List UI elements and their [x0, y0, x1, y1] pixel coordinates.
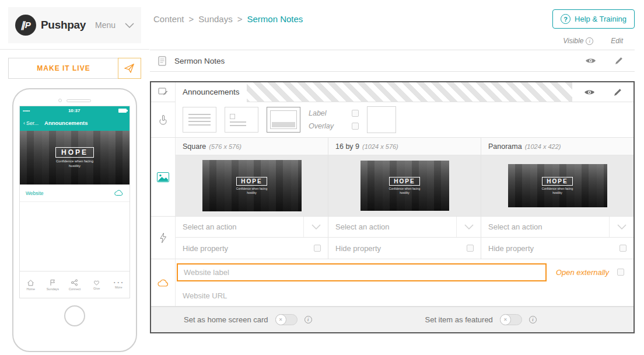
app-window: ∥P Pushpay Menu MAKE IT LIVE ••••• 1	[0, 0, 644, 355]
sidebar-divider	[0, 49, 149, 50]
actions-section: Select an action Select an action	[151, 217, 634, 259]
info-icon[interactable]: i	[529, 316, 537, 323]
info-icon[interactable]: i	[586, 37, 593, 45]
card-footer: Set as home screen card ✕ i Set item as …	[151, 307, 634, 332]
home-screen-card-toggle[interactable]: ✕	[275, 314, 298, 325]
action-dropdown-square[interactable]: Select an action	[176, 217, 328, 237]
ellipsis-icon: • • •	[114, 280, 123, 284]
featured-label: Set item as featured	[425, 315, 493, 324]
hide-property-checkbox[interactable]	[467, 245, 474, 252]
announcements-card: Announcements	[150, 81, 635, 333]
layout-option-image-card[interactable]	[267, 107, 300, 133]
phone-screen: ••••• 10:37 ‹ Ser... Announcements HOPE …	[19, 106, 130, 298]
website-section: Open externally	[151, 259, 634, 307]
help-training-button[interactable]: ? Help & Training	[552, 9, 635, 29]
overlay-option: Overlay	[309, 122, 359, 130]
featured-toggle[interactable]: ✕	[500, 314, 522, 325]
phone-preview: ••••• 10:37 ‹ Ser... Announcements HOPE …	[12, 88, 137, 352]
cloud-icon	[151, 259, 176, 306]
hand-tap-icon	[151, 102, 176, 137]
phone-nav-title: Announcements	[44, 120, 88, 126]
action-dropdown-16by9[interactable]: Select an action	[328, 217, 481, 237]
open-externally-checkbox[interactable]	[617, 269, 624, 276]
website-url-input[interactable]	[177, 291, 634, 300]
hide-property-16by9: Hide property	[328, 238, 481, 259]
panorama-image-thumbnail[interactable]: HOPE Confidence when facing hostility	[508, 164, 607, 207]
action-selects: Select an action Select an action	[176, 217, 634, 238]
speaker-bar	[66, 99, 91, 102]
pushpay-logo-icon: ∥P	[15, 15, 36, 36]
hero-caption: Confidence when facing hostility	[54, 159, 95, 169]
hide-property-checkbox[interactable]	[620, 245, 626, 252]
featured-setting: Set item as featured ✕ i	[393, 314, 634, 325]
phone-content-space	[20, 202, 130, 271]
home-screen-card-setting: Set as home screen card ✕ i	[151, 314, 393, 325]
status-time: 10:37	[30, 108, 118, 113]
action-dropdown-panorama[interactable]: Select an action	[481, 217, 634, 237]
info-icon[interactable]: i	[304, 316, 312, 323]
square-image-thumbnail[interactable]: HOPE Confidence when facing hostility	[202, 160, 302, 211]
square-label: Square (576 x 576)	[176, 138, 328, 155]
visible-eye-icon[interactable]	[585, 57, 596, 64]
help-training-label: Help & Training	[575, 15, 626, 23]
tab-give: More Give	[86, 272, 108, 298]
document-icon	[150, 56, 174, 66]
sixteen-by-nine-image-thumbnail[interactable]: HOPE Confidence when facing hostility	[360, 161, 449, 211]
breadcrumb-sundays[interactable]: Sundays	[198, 14, 232, 24]
layout-option-centered[interactable]	[183, 107, 216, 133]
share-nodes-icon	[71, 279, 78, 286]
hide-property-checkbox[interactable]	[314, 245, 321, 252]
image-size-labels: Square (576 x 576) 16 by 9 (1024 x 576) …	[176, 138, 634, 155]
square-thumb-cell: HOPE Confidence when facing hostility	[176, 155, 328, 216]
breadcrumb-content[interactable]: Content	[153, 14, 184, 24]
sidebar: ∥P Pushpay Menu MAKE IT LIVE ••••• 1	[0, 0, 149, 355]
cloud-icon	[114, 188, 124, 199]
phone-home-button	[64, 305, 85, 326]
chevron-down-icon	[456, 217, 481, 237]
edit-pencil-icon[interactable]	[614, 88, 622, 96]
phone-tabbar: Home Sundays Connect More Give	[20, 271, 130, 298]
battery-icon	[118, 109, 127, 113]
website-label-input[interactable]	[177, 263, 547, 281]
card-header-actions	[572, 82, 634, 102]
phone-website-label: Website	[26, 190, 44, 196]
sixteen-by-nine-label: 16 by 9 (1024 x 576)	[328, 138, 481, 155]
chevron-down-icon	[609, 217, 634, 237]
make-it-live-label: MAKE IT LIVE	[9, 58, 118, 78]
layout-toggles: Label Overlay	[309, 109, 359, 130]
visible-eye-icon[interactable]	[584, 89, 595, 96]
paper-plane-icon[interactable]	[118, 58, 141, 79]
chevron-down-icon[interactable]	[125, 20, 134, 30]
layout-option-blank[interactable]	[367, 106, 396, 133]
breadcrumb: Content > Sundays > Sermon Notes	[153, 14, 303, 24]
website-url-row	[176, 285, 634, 306]
panorama-thumb-cell: HOPE Confidence when facing hostility	[481, 155, 634, 216]
heart-icon	[93, 279, 100, 286]
images-section: Square (576 x 576) 16 by 9 (1024 x 576) …	[151, 138, 634, 217]
website-label-row: Open externally	[176, 259, 634, 285]
open-externally-label: Open externally	[556, 268, 609, 277]
toggle-x-icon: ✕	[500, 314, 511, 325]
panorama-label: Panorama (1024 x 422)	[481, 138, 634, 155]
signal-dots: •••••	[23, 109, 30, 113]
make-it-live-button[interactable]: MAKE IT LIVE	[8, 58, 141, 79]
menu-button[interactable]: Menu	[95, 20, 116, 30]
phone-speaker	[19, 95, 130, 106]
layout-section: Label Overlay	[151, 102, 634, 138]
edit-pencil-icon[interactable]	[615, 57, 623, 65]
home-screen-card-label: Set as home screen card	[184, 315, 268, 324]
edit-column-header: Edit	[611, 37, 623, 45]
layout-option-left[interactable]	[225, 107, 258, 133]
image-icon	[151, 138, 176, 216]
label-option: Label	[309, 109, 359, 117]
lightning-icon	[151, 217, 176, 259]
label-checkbox[interactable]	[352, 110, 359, 117]
overlay-checkbox[interactable]	[352, 123, 359, 130]
tab-more: • • • More	[107, 272, 130, 298]
hide-property-square: Hide property	[176, 238, 328, 259]
hide-property-panorama: Hide property	[481, 238, 634, 259]
tab-connect: Connect	[64, 272, 86, 298]
brand-menu-bar: ∥P Pushpay Menu	[8, 7, 141, 43]
tab-sundays: Sundays	[42, 272, 64, 298]
sermon-notes-row[interactable]: Sermon Notes	[150, 50, 635, 72]
